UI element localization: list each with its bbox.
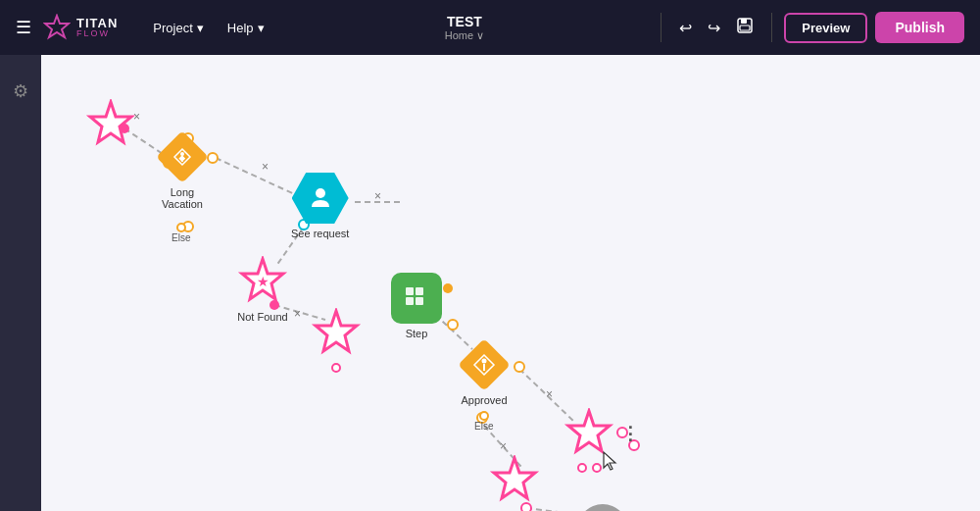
step-shape	[391, 273, 442, 324]
nav-right-controls: ↩ ↪ Preview Publish	[653, 11, 964, 44]
canvas[interactable]: .conn { stroke: #aaa; stroke-width: 2; f…	[41, 55, 980, 511]
node-star4[interactable]	[564, 408, 614, 473]
hexagon-shape	[292, 173, 349, 224]
svg-point-21	[448, 320, 458, 330]
node-label-long-vacation: LongVacation	[162, 186, 203, 210]
context-menu-dots[interactable]: ⋮	[621, 423, 640, 444]
svg-point-36	[443, 283, 453, 293]
nav-divider	[661, 13, 662, 42]
svg-rect-46	[406, 297, 414, 305]
svg-text:×: ×	[374, 189, 381, 203]
node-label-see-request: See request	[291, 228, 349, 239]
preview-button[interactable]: Preview	[784, 13, 867, 43]
else-label-2: Else	[474, 411, 493, 432]
project-sub: Home ∨	[445, 29, 484, 42]
svg-text:★: ★	[257, 274, 270, 289]
svg-text:×: ×	[294, 307, 301, 321]
svg-text:×: ×	[546, 387, 553, 401]
project-name: TEST	[447, 14, 482, 29]
svg-line-7	[216, 158, 301, 197]
diamond-inner-icon2	[471, 352, 497, 378]
svg-marker-51	[494, 458, 535, 498]
else-label-1: Else	[172, 223, 190, 243]
node-dot-star3	[331, 363, 341, 373]
star-shape-4	[564, 408, 614, 459]
star-shape	[85, 99, 136, 150]
star-shape-3	[311, 308, 362, 359]
node-diamond-long-vacation[interactable]: ⬥ LongVacation	[157, 131, 208, 210]
svg-marker-50	[568, 411, 610, 451]
help-menu[interactable]: Help ▾	[216, 0, 276, 55]
svg-marker-43	[316, 311, 357, 351]
nav-divider-2	[771, 13, 772, 42]
finish-shape	[577, 504, 628, 511]
logo-icon	[43, 14, 71, 41]
svg-marker-0	[45, 16, 69, 37]
node-label-not-found: Not Found	[237, 311, 287, 323]
svg-point-24	[514, 362, 524, 372]
diamond-inner-icon	[172, 146, 193, 168]
undo-button[interactable]: ↩	[673, 13, 698, 43]
project-menu[interactable]: Project ▾	[141, 0, 215, 55]
node-star5[interactable]	[489, 455, 540, 506]
star-shape-5	[489, 455, 540, 506]
hamburger-icon[interactable]: ☰	[16, 17, 31, 38]
main-area: ⚙ .conn { stroke: #aaa; stroke-width: 2;…	[0, 55, 980, 511]
connections-svg: .conn { stroke: #aaa; stroke-width: 2; f…	[41, 55, 980, 511]
svg-rect-45	[416, 287, 423, 295]
logo-flow: FLOW	[76, 29, 118, 38]
left-sidebar: ⚙	[0, 55, 41, 511]
publish-button[interactable]: Publish	[875, 12, 964, 43]
star-shape-not-found: ★	[237, 256, 288, 307]
node-hexagon-see-request[interactable]: See request	[291, 173, 349, 239]
svg-point-40	[316, 188, 325, 198]
svg-rect-47	[416, 297, 423, 305]
save-button[interactable]	[730, 11, 760, 44]
star4-dots	[577, 463, 602, 473]
redo-button[interactable]: ↪	[702, 13, 726, 43]
svg-point-8	[208, 153, 218, 163]
logo: TITAN FLOW	[43, 14, 118, 41]
node-diamond-approved[interactable]: Approved	[459, 339, 510, 406]
node-star3[interactable]	[311, 308, 362, 373]
svg-marker-37	[90, 102, 131, 142]
svg-text:×: ×	[262, 160, 269, 174]
node-label-step: Step	[406, 328, 428, 339]
node-label-approved: Approved	[461, 394, 507, 406]
save-icon	[736, 17, 754, 34]
settings-icon[interactable]: ⚙	[3, 71, 38, 112]
navbar: ☰ TITAN FLOW Project ▾ Help ▾ TEST Home …	[0, 0, 980, 55]
node-step[interactable]: Step	[391, 273, 442, 339]
node-finish[interactable]: Finish	[577, 504, 628, 511]
svg-point-38	[180, 152, 184, 156]
grid-icon	[402, 283, 431, 313]
person-icon	[308, 185, 333, 211]
svg-point-48	[482, 359, 487, 364]
node-star1[interactable]	[85, 99, 136, 150]
svg-rect-2	[741, 19, 747, 24]
project-title-area: TEST Home ∨	[276, 14, 654, 42]
svg-rect-3	[740, 26, 750, 30]
svg-text:×: ×	[500, 439, 507, 453]
logo-text: TITAN FLOW	[76, 17, 118, 38]
svg-rect-44	[406, 287, 414, 295]
node-star-not-found[interactable]: ★ Not Found	[237, 256, 288, 323]
